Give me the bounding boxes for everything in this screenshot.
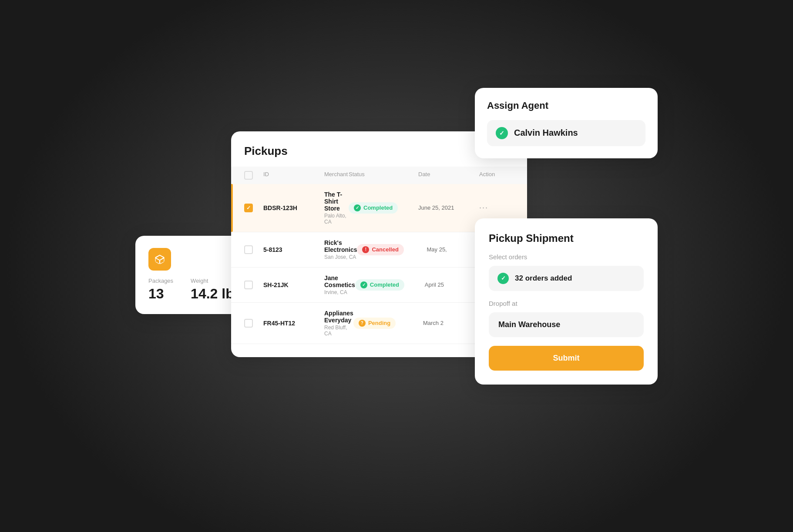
header-id: ID — [263, 171, 324, 180]
agent-name: Calvin Hawkins — [514, 128, 578, 138]
status-badge-2: ! Cancelled — [357, 244, 403, 255]
header-action: Action — [479, 171, 514, 180]
row-id-1: BDSR-123H — [263, 204, 324, 211]
action-menu-1[interactable]: ··· — [479, 203, 514, 212]
row-id-4: FR45-HT12 — [263, 320, 324, 327]
row-checkbox-3[interactable] — [244, 281, 253, 289]
header-date: Date — [418, 171, 479, 180]
status-badge-3: ✓ Completed — [355, 279, 404, 291]
status-cell-3: ✓ Completed — [355, 279, 425, 291]
packages-value: 13 — [148, 286, 173, 302]
row-checkbox-4[interactable] — [244, 319, 253, 328]
row-checkbox-2[interactable] — [244, 245, 253, 254]
header-merchant: Merchant — [324, 171, 349, 180]
status-dot-3: ✓ — [360, 281, 367, 288]
orders-check-icon — [497, 273, 509, 284]
status-cell-2: ! Cancelled — [357, 244, 427, 255]
status-cell-1: ✓ Completed — [349, 202, 418, 214]
merchant-cell-2: Rick's Electronics San Jose, CA — [324, 239, 357, 260]
agent-row[interactable]: Calvin Hawkins — [487, 120, 645, 146]
status-badge-1: ✓ Completed — [349, 202, 398, 214]
orders-added-text: 32 orders added — [515, 274, 572, 283]
shipment-title: Pickup Shipment — [489, 232, 644, 244]
row-checkbox-1[interactable] — [244, 204, 253, 212]
package-icon — [148, 248, 171, 271]
date-cell-1: June 25, 2021 — [418, 204, 479, 211]
header-status: Status — [349, 171, 418, 180]
pickup-shipment-card: Pickup Shipment Select orders 32 orders … — [475, 218, 658, 385]
status-cell-4: ? Pending — [353, 318, 423, 329]
submit-button[interactable]: Submit — [489, 346, 644, 371]
agent-selected-icon — [496, 127, 508, 139]
dropoff-box[interactable]: Main Warehouse — [489, 312, 644, 337]
row-id-2: 5-8123 — [263, 246, 324, 253]
select-all-checkbox[interactable] — [244, 171, 253, 180]
orders-box[interactable]: 32 orders added — [489, 266, 644, 291]
status-badge-4: ? Pending — [353, 318, 396, 329]
select-orders-label: Select orders — [489, 253, 644, 261]
packages-label: Packages — [148, 278, 173, 284]
dropoff-label: Dropoff at — [489, 300, 644, 307]
merchant-cell-3: Jane Cosmetics Irvine, CA — [324, 274, 355, 295]
status-dot-1: ✓ — [354, 204, 361, 211]
row-accent — [231, 184, 233, 232]
row-id-3: SH-21JK — [263, 281, 324, 288]
merchant-cell-4: Applianes Everyday Red Bluff, CA — [324, 310, 353, 337]
assign-agent-card: Assign Agent Calvin Hawkins — [475, 88, 658, 158]
header-checkbox — [244, 171, 263, 180]
merchant-cell-1: The T-Shirt Store Palo Alto, CA — [324, 191, 349, 225]
dropoff-location: Main Warehouse — [498, 320, 634, 329]
status-dot-2: ! — [362, 246, 369, 253]
assign-agent-title: Assign Agent — [487, 100, 645, 111]
status-dot-4: ? — [359, 320, 366, 327]
table-header: ID Merchant Status Date Action — [231, 167, 527, 184]
